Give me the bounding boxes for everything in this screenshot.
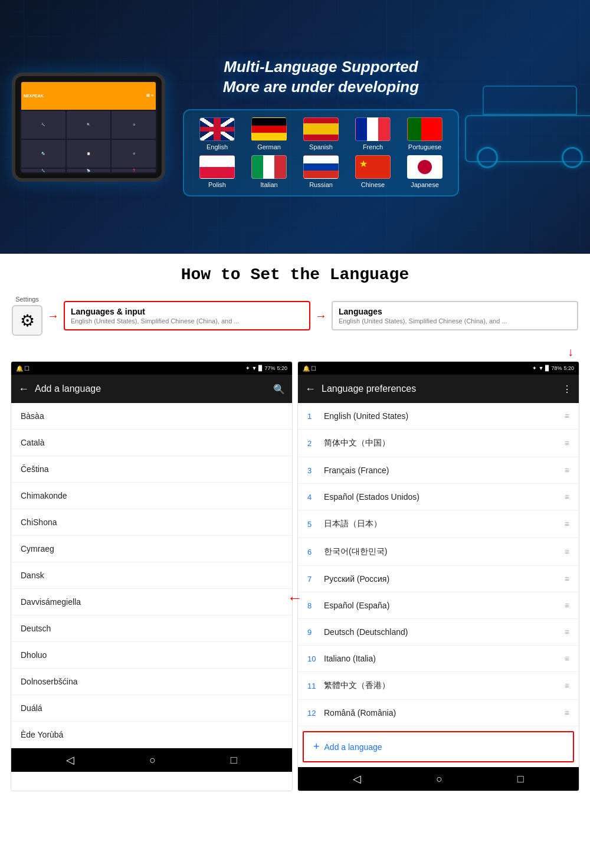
add-language-button[interactable]: + Add a language xyxy=(303,731,574,762)
back-button-pref[interactable]: ← xyxy=(305,383,316,395)
tablet-cell-2: 🔍 xyxy=(67,111,111,139)
back-button[interactable]: ← xyxy=(18,383,29,395)
tablet-cell-7: 🔧 xyxy=(21,169,65,172)
list-item[interactable]: Dholuo xyxy=(11,642,292,669)
list-item[interactable]: Català xyxy=(11,430,292,456)
list-item[interactable]: Deutsch xyxy=(11,615,292,642)
list-item[interactable]: ChiShona xyxy=(11,509,292,536)
lang-item-spanish: Spanish xyxy=(297,117,345,150)
list-item[interactable]: 12Română (România)≡ xyxy=(298,700,579,726)
battery-icon-r: ▉ xyxy=(545,365,549,371)
list-item[interactable]: 4Español (Estados Unidos)≡ xyxy=(298,484,579,510)
list-item[interactable]: 3Français (France)≡ xyxy=(298,457,579,484)
status-left-icons-right: 🔔 ☐ xyxy=(303,365,316,372)
tablet-cell-4: 🔩 xyxy=(21,140,65,168)
list-item[interactable]: Chimakonde xyxy=(11,483,292,509)
tablet-cell-5: 📋 xyxy=(67,140,111,168)
flag-italian xyxy=(251,155,287,179)
flag-portuguese xyxy=(407,117,442,141)
recents-nav-icon-right[interactable]: □ xyxy=(517,773,524,785)
time-display: 5:20 xyxy=(277,365,287,371)
back-nav-icon[interactable]: ◁ xyxy=(66,754,74,767)
battery-percent-r: 78% xyxy=(551,365,562,371)
settings-box: Settings ⚙ xyxy=(12,296,42,336)
lang-item-english: English xyxy=(194,117,241,150)
hero-content: NEXPEAK ⊞ ≡ 🔧 🔍 ⚙ 🔩 📋 ⚙ 🔧 📡 ❓ Mult xyxy=(0,0,590,254)
car-roof xyxy=(483,86,577,115)
hero-tablet-area: NEXPEAK ⊞ ≡ 🔧 🔍 ⚙ 🔩 📋 ⚙ 🔧 📡 ❓ xyxy=(12,73,177,182)
flag-russian xyxy=(303,155,339,179)
list-item[interactable]: Ède Yorùbá xyxy=(11,722,292,748)
status-bar-left-screen: 🔔 ☐ ✦ ▼ ▉ 77% 5:20 xyxy=(11,362,292,375)
wifi-icon: ▼ xyxy=(252,365,257,371)
car-wheel-left xyxy=(477,147,498,168)
recents-nav-icon[interactable]: □ xyxy=(231,754,237,767)
plus-icon: + xyxy=(313,741,320,753)
list-item[interactable]: 1English (United States)≡ xyxy=(298,403,579,430)
add-language-screen: 🔔 ☐ ✦ ▼ ▉ 77% 5:20 ← Add a language 🔍 xyxy=(11,361,293,791)
list-item[interactable]: Duálá xyxy=(11,695,292,722)
flag-french xyxy=(355,117,391,141)
language-add-list: Bàsàa Català Čeština Chimakonde ChiShona… xyxy=(11,403,292,748)
tablet-cell-9: ❓ xyxy=(112,169,156,172)
hero-title: Multi-Language Supported More are under … xyxy=(223,57,419,97)
add-language-title: Add a language xyxy=(35,384,267,394)
list-item[interactable]: 6한국어(대한민국)≡ xyxy=(298,538,579,566)
list-item[interactable]: 9Deutsch (Deutschland)≡ xyxy=(298,619,579,646)
tablet-cell-1: 🔧 xyxy=(21,111,65,139)
tablet-cell-8: 📡 xyxy=(67,169,111,172)
language-pref-title: Language preferences xyxy=(322,384,556,394)
settings-icon-container: ⚙ xyxy=(12,305,42,336)
list-item[interactable]: 11繁體中文（香港）≡ xyxy=(298,672,579,700)
tablet-cell-3: ⚙ xyxy=(112,111,156,139)
lang-item-polish: Polish xyxy=(194,155,241,188)
arrow-right-1: → xyxy=(47,309,59,323)
list-item[interactable]: Davvisámegiella xyxy=(11,589,292,615)
language-grid-container: English German Spanish French xyxy=(183,109,459,196)
flag-english xyxy=(199,117,235,141)
list-item[interactable]: Cymraeg xyxy=(11,536,292,562)
language-pref-header: ← Language preferences ⋮ xyxy=(298,375,579,403)
nav-bar-left: ◁ ○ □ xyxy=(11,748,292,772)
home-nav-icon-right[interactable]: ○ xyxy=(436,773,442,785)
more-options-icon[interactable]: ⋮ xyxy=(562,384,572,395)
list-item[interactable]: 7Русский (Россия)≡ xyxy=(298,566,579,592)
home-nav-icon[interactable]: ○ xyxy=(149,754,156,767)
flag-japanese xyxy=(407,155,442,179)
tablet-icons: ⊞ ≡ xyxy=(146,93,153,98)
car-wireframe xyxy=(465,86,590,168)
search-icon[interactable]: 🔍 xyxy=(273,384,285,395)
back-nav-icon-right[interactable]: ◁ xyxy=(353,772,361,785)
languages-result-title: Languages xyxy=(339,307,571,316)
brand-label: NEXPEAK xyxy=(24,94,44,98)
bluetooth-icon-r: ✦ xyxy=(532,365,537,371)
list-item[interactable]: 8Español (España)≡ xyxy=(298,592,579,619)
tablet-device: NEXPEAK ⊞ ≡ 🔧 🔍 ⚙ 🔩 📋 ⚙ 🔧 📡 ❓ xyxy=(12,73,165,182)
flag-spanish xyxy=(303,117,339,141)
car-wheel-right xyxy=(562,147,583,168)
list-item[interactable]: Bàsàa xyxy=(11,403,292,430)
languages-result-box: Languages English (United States), Simpl… xyxy=(332,301,578,330)
list-item[interactable]: Čeština xyxy=(11,456,292,483)
lang-item-russian: Russian xyxy=(297,155,345,188)
flag-chinese xyxy=(355,155,391,179)
tablet-screen: NEXPEAK ⊞ ≡ 🔧 🔍 ⚙ 🔩 📋 ⚙ 🔧 📡 ❓ xyxy=(20,81,157,173)
hero-banner: NEXPEAK ⊞ ≡ 🔧 🔍 ⚙ 🔩 📋 ⚙ 🔧 📡 ❓ Mult xyxy=(0,0,590,254)
add-language-header: ← Add a language 🔍 xyxy=(11,375,292,403)
arrow-right-2: → xyxy=(315,309,327,323)
language-pref-list: 1English (United States)≡ 2简体中文（中国）≡ 3Fr… xyxy=(298,403,579,762)
languages-result-subtitle: English (United States), Simplified Chin… xyxy=(339,317,571,325)
list-item[interactable]: 2简体中文（中国）≡ xyxy=(298,430,579,457)
arrow-down-indicator: ↓ xyxy=(568,345,573,359)
language-grid: English German Spanish French xyxy=(194,117,448,188)
list-item[interactable]: 10Italiano (Italia)≡ xyxy=(298,646,579,672)
wifi-icon-r: ▼ xyxy=(539,365,544,371)
languages-input-box: Languages & input English (United States… xyxy=(64,301,310,330)
how-to-title: How to Set the Language xyxy=(6,266,584,284)
list-item[interactable]: Dansk xyxy=(11,562,292,589)
hero-car-area xyxy=(465,86,590,168)
flag-german xyxy=(251,117,287,141)
list-item[interactable]: Dolnoserbšćina xyxy=(11,669,292,695)
status-right-icons-right: ✦ ▼ ▉ 78% 5:20 xyxy=(532,365,574,371)
list-item[interactable]: 5日本語（日本）≡ xyxy=(298,510,579,538)
